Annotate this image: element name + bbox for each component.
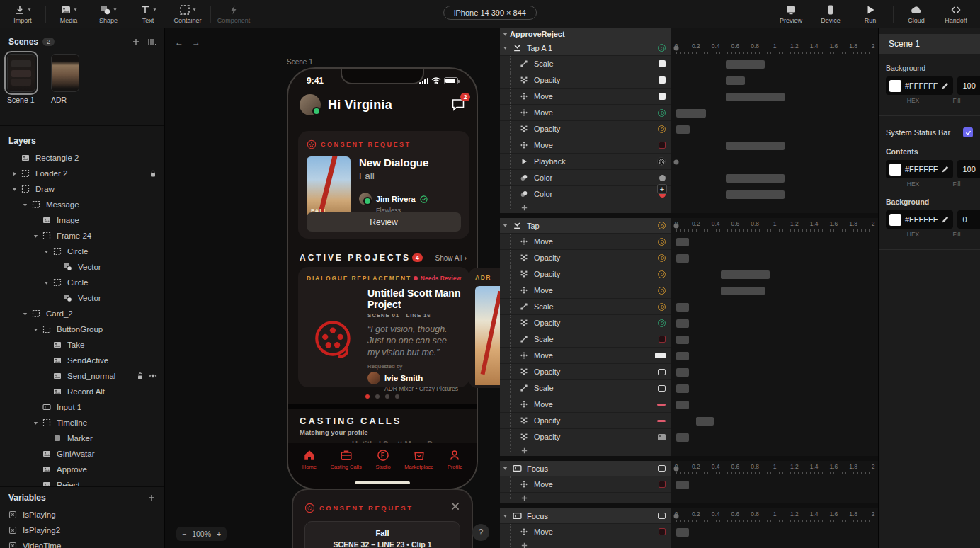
response-name[interactable]: Move xyxy=(534,400,553,409)
carousel-dot[interactable] xyxy=(395,394,399,399)
trigger-name[interactable]: Tap A 1 xyxy=(527,44,552,52)
add-response-button[interactable] xyxy=(518,447,530,455)
plus-icon[interactable] xyxy=(520,494,528,502)
response-name[interactable]: Opacity xyxy=(534,416,560,425)
tool-container[interactable]: Container xyxy=(168,0,207,28)
timeline-bar[interactable] xyxy=(726,190,785,199)
nav-item-profile[interactable]: Profile xyxy=(448,449,462,489)
layer-row[interactable]: Loader 2 xyxy=(0,166,164,181)
timeline-bar[interactable] xyxy=(726,76,746,85)
layer-expand-toggle[interactable] xyxy=(40,249,52,255)
tool-device[interactable]: Device xyxy=(811,0,850,28)
trigger-name[interactable]: Focus xyxy=(527,512,548,520)
eyedropper-icon[interactable] xyxy=(941,165,950,173)
response-name[interactable]: Opacity xyxy=(534,319,560,327)
zoom-level[interactable]: 100% xyxy=(192,530,211,538)
trigger-marker[interactable] xyxy=(674,46,679,51)
layer-expand-toggle[interactable] xyxy=(30,420,41,426)
timeline-bar[interactable] xyxy=(676,368,689,377)
tool-preview[interactable]: Preview xyxy=(771,0,811,28)
project-card[interactable]: DIALOGUE REPLACEMENT Needs Review Untitl… xyxy=(298,267,469,387)
tool-component[interactable]: Component xyxy=(214,0,253,28)
chat-button[interactable]: 2 xyxy=(451,98,465,111)
carousel-dot[interactable] xyxy=(365,394,370,399)
response-name[interactable]: Move xyxy=(534,480,553,489)
response-name[interactable]: Opacity xyxy=(534,270,560,278)
add-response-button[interactable] xyxy=(518,494,530,502)
layer-row[interactable]: SendActive xyxy=(0,353,164,368)
timeline-bar[interactable] xyxy=(721,270,770,279)
timeline-bar[interactable] xyxy=(726,142,785,150)
plus-icon[interactable] xyxy=(520,204,528,212)
background2-hex-field[interactable]: #FFFFFF xyxy=(886,210,953,229)
timeline-bar[interactable] xyxy=(676,254,689,263)
back-button[interactable]: ← xyxy=(172,36,186,49)
show-all-link[interactable]: Show All › xyxy=(435,254,467,262)
variable-row[interactable]: IsPlaying2 xyxy=(0,523,164,538)
response-name[interactable]: Move xyxy=(534,141,553,149)
trigger-name[interactable]: Focus xyxy=(527,464,548,473)
contents-fill-field[interactable]: 100 xyxy=(957,160,980,178)
response-name[interactable]: Move xyxy=(534,237,553,246)
plus-icon[interactable] xyxy=(520,542,528,548)
tool-cloud[interactable]: Cloud xyxy=(896,0,936,28)
layer-row[interactable]: ButtonGroup xyxy=(0,321,164,337)
layer-row[interactable]: Marker xyxy=(0,430,164,446)
collapse-toggle[interactable] xyxy=(500,465,510,472)
plus-icon[interactable] xyxy=(132,38,140,46)
response-name[interactable]: Opacity xyxy=(534,76,560,84)
canvas[interactable]: ← → Scene 1 9:41 Hi Virginia 2 xyxy=(165,28,500,548)
playback-marker[interactable] xyxy=(674,159,679,164)
layer-row[interactable]: Circle xyxy=(0,244,164,259)
add-scene-button[interactable] xyxy=(132,38,140,46)
carousel-dots[interactable] xyxy=(288,394,477,399)
timeline-bar[interactable] xyxy=(676,125,690,134)
plus-icon[interactable] xyxy=(147,493,156,502)
layer-row[interactable]: Reject xyxy=(0,477,164,487)
trigger-marker[interactable] xyxy=(674,224,679,229)
tool-shape[interactable]: Shape xyxy=(89,0,128,28)
timeline-bar[interactable] xyxy=(676,319,689,328)
timeline-bar[interactable] xyxy=(696,417,714,426)
response-name[interactable]: Move xyxy=(534,108,553,117)
timeline-bar[interactable] xyxy=(676,384,689,393)
tool-text[interactable]: Text xyxy=(128,0,168,28)
timeline-bar[interactable] xyxy=(676,401,689,409)
collapse-toggle[interactable] xyxy=(500,31,510,38)
contents-hex-field[interactable]: #FFFFFF xyxy=(886,160,953,178)
background-color-swatch[interactable] xyxy=(889,80,901,92)
timeline-bar[interactable] xyxy=(676,481,689,489)
layer-row[interactable]: Vector xyxy=(0,290,164,306)
trigger-marker[interactable] xyxy=(674,467,679,472)
response-name[interactable]: Scale xyxy=(534,302,554,311)
layer-expand-toggle[interactable] xyxy=(8,186,20,193)
scene-canvas-label[interactable]: Scene 1 xyxy=(287,58,313,66)
background-fill-field[interactable]: 100 xyxy=(957,76,980,95)
layer-expand-toggle[interactable] xyxy=(40,280,52,286)
user-avatar[interactable] xyxy=(300,94,321,115)
variable-row[interactable]: IsPlaying xyxy=(0,507,164,523)
review-button[interactable]: Review xyxy=(307,212,461,232)
collapse-toggle[interactable] xyxy=(500,513,510,519)
response-name[interactable]: Opacity xyxy=(534,367,560,376)
layer-row[interactable]: Message xyxy=(0,197,164,212)
collapse-toggle[interactable] xyxy=(500,45,510,51)
timeline-bar[interactable] xyxy=(676,433,689,442)
response-name[interactable]: Scale xyxy=(534,59,554,68)
layer-row[interactable]: Circle xyxy=(0,275,164,290)
response-name[interactable]: Opacity xyxy=(534,125,560,133)
trigger-name[interactable]: Tap xyxy=(527,222,540,230)
help-button[interactable]: ? xyxy=(472,524,489,541)
add-keyframe-button[interactable]: + xyxy=(657,184,667,194)
response-name[interactable]: Scale xyxy=(534,335,554,343)
add-response-button[interactable] xyxy=(518,204,530,212)
adr-carousel-card[interactable]: ADR xyxy=(469,268,500,388)
carousel-dot[interactable] xyxy=(385,394,389,399)
response-name[interactable]: Opacity xyxy=(534,253,560,262)
background2-color-swatch[interactable] xyxy=(889,214,901,226)
zoom-out-button[interactable]: − xyxy=(182,530,186,538)
tool-run[interactable]: Run xyxy=(850,0,890,28)
response-name[interactable]: Playback xyxy=(534,157,566,166)
layer-row[interactable]: Frame 24 xyxy=(0,228,164,244)
tool-import[interactable]: Import xyxy=(3,0,42,28)
